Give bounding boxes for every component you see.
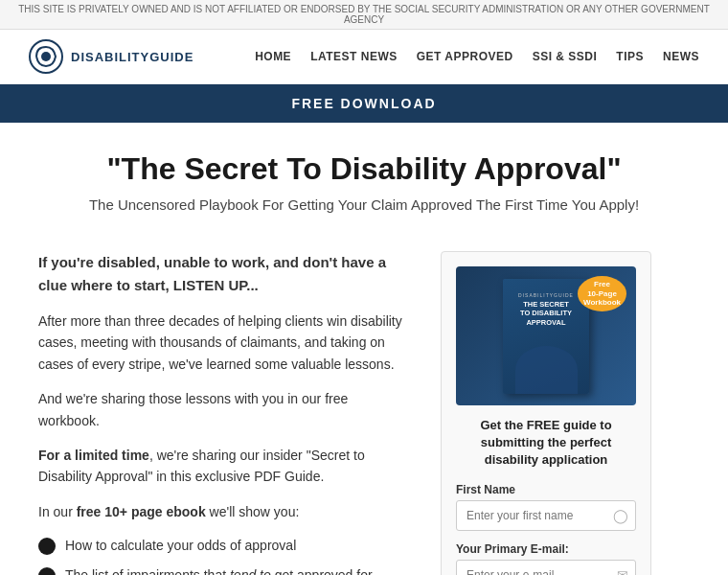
main-content: If you're disabled, unable to work, and …	[0, 232, 728, 575]
top-banner: THIS SITE IS PRIVATELY OWNED AND IS NOT …	[0, 0, 728, 30]
bullet-text-1: How to calculate your odds of approval	[65, 536, 296, 556]
paragraph-1: After more than three decades of helping…	[38, 310, 412, 375]
paragraph-2: And we're sharing those lessons with you…	[38, 388, 412, 431]
header: DisabilityGuide HOME LATEST NEWS GET APP…	[0, 30, 728, 84]
first-name-field-wrap: ◯	[456, 500, 636, 531]
bullet-list: How to calculate your odds of approval T…	[38, 536, 412, 575]
left-column: If you're disabled, unable to work, and …	[38, 251, 412, 575]
paragraph-3: For a limited time, we're sharing our in…	[38, 445, 412, 488]
main-nav: HOME LATEST NEWS GET APPROVED SSI & SSDI…	[255, 50, 699, 63]
right-column: DISABILITYGUIDE THE SECRETTO DISABILITYA…	[441, 251, 651, 575]
logo-text: DisabilityGuide	[71, 50, 193, 64]
form-tagline: Get the FREE guide to submitting the per…	[456, 417, 636, 470]
nav-news[interactable]: NEWS	[663, 50, 699, 63]
nav-home[interactable]: HOME	[255, 50, 291, 63]
list-item: The list of impairments that tend to get…	[38, 565, 412, 575]
free-ebook-text: free 10+ page ebook	[77, 504, 206, 519]
bullet-icon	[38, 567, 56, 575]
email-input[interactable]	[456, 560, 636, 575]
intro-paragraph: If you're disabled, unable to work, and …	[38, 251, 412, 297]
nav-latest-news[interactable]: LATEST NEWS	[310, 50, 398, 63]
nav-get-approved[interactable]: GET APPROVED	[417, 50, 513, 63]
email-label: Your Primary E-mail:	[456, 542, 636, 556]
paragraph-4: In our free 10+ page ebook we'll show yo…	[38, 501, 412, 522]
form-card: DISABILITYGUIDE THE SECRETTO DISABILITYA…	[441, 251, 651, 575]
para4-prefix: In our	[38, 504, 77, 519]
free-download-bar: FREE DOWNLOAD	[0, 84, 728, 123]
nav-tips[interactable]: TIPS	[616, 50, 644, 63]
book-image-container: DISABILITYGUIDE THE SECRETTO DISABILITYA…	[456, 266, 636, 405]
svg-point-1	[41, 52, 51, 61]
free-download-label: FREE DOWNLOAD	[291, 96, 436, 111]
free-badge: Free10-PageWorkbook	[578, 276, 626, 311]
person-icon: ◯	[613, 508, 628, 523]
email-field-wrap: ✉	[456, 560, 636, 575]
logo[interactable]: DisabilityGuide	[29, 39, 193, 74]
nav-ssi-ssdi[interactable]: SSI & SSDI	[533, 50, 598, 63]
email-icon: ✉	[617, 567, 628, 575]
list-item: How to calculate your odds of approval	[38, 536, 412, 556]
para4-suffix: we'll show you:	[206, 504, 300, 519]
bullet-icon	[38, 538, 56, 555]
hero-subtitle: The Uncensored Playbook For Getting Your…	[38, 196, 690, 213]
bullet-text-2: The list of impairments that tend to get…	[65, 565, 412, 575]
hero-title: "The Secret To Disability Approval"	[38, 151, 690, 187]
hero-section: "The Secret To Disability Approval" The …	[0, 123, 728, 232]
limited-time-text: For a limited time	[38, 448, 149, 463]
first-name-input[interactable]	[456, 500, 636, 531]
logo-icon	[29, 39, 63, 74]
top-banner-text: THIS SITE IS PRIVATELY OWNED AND IS NOT …	[18, 4, 710, 25]
book-cover: DISABILITYGUIDE THE SECRETTO DISABILITYA…	[503, 279, 589, 394]
first-name-label: First Name	[456, 483, 636, 496]
